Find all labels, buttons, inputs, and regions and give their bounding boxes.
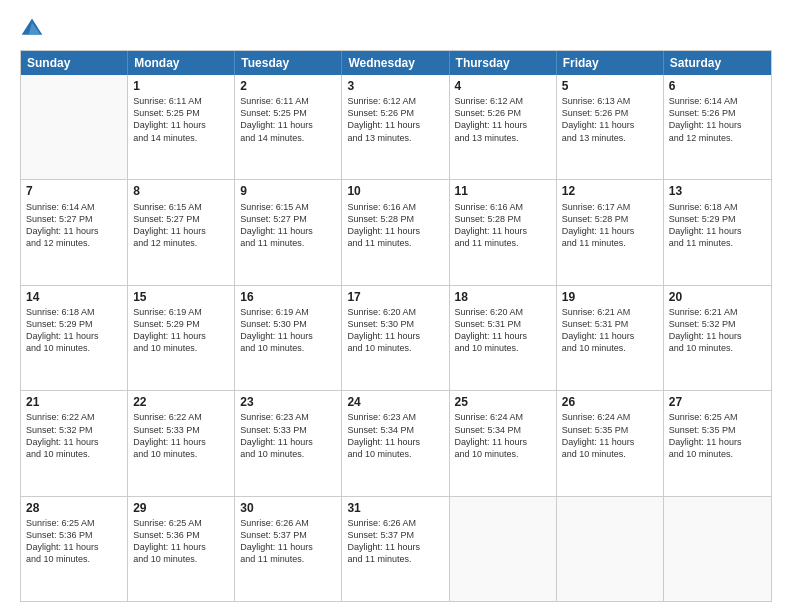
day-number: 27: [669, 394, 766, 410]
cal-cell-r3-c2: 23Sunrise: 6:23 AM Sunset: 5:33 PM Dayli…: [235, 391, 342, 495]
cell-info: Sunrise: 6:22 AM Sunset: 5:32 PM Dayligh…: [26, 411, 122, 460]
cell-info: Sunrise: 6:24 AM Sunset: 5:35 PM Dayligh…: [562, 411, 658, 460]
day-number: 23: [240, 394, 336, 410]
day-number: 17: [347, 289, 443, 305]
cell-info: Sunrise: 6:20 AM Sunset: 5:30 PM Dayligh…: [347, 306, 443, 355]
cal-cell-r1-c1: 8Sunrise: 6:15 AM Sunset: 5:27 PM Daylig…: [128, 180, 235, 284]
cal-cell-r4-c0: 28Sunrise: 6:25 AM Sunset: 5:36 PM Dayli…: [21, 497, 128, 601]
cal-cell-r1-c3: 10Sunrise: 6:16 AM Sunset: 5:28 PM Dayli…: [342, 180, 449, 284]
day-number: 6: [669, 78, 766, 94]
day-number: 10: [347, 183, 443, 199]
cal-cell-r4-c4: [450, 497, 557, 601]
cal-cell-r2-c0: 14Sunrise: 6:18 AM Sunset: 5:29 PM Dayli…: [21, 286, 128, 390]
weekday-thursday: Thursday: [450, 51, 557, 75]
day-number: 4: [455, 78, 551, 94]
cal-cell-r3-c1: 22Sunrise: 6:22 AM Sunset: 5:33 PM Dayli…: [128, 391, 235, 495]
weekday-wednesday: Wednesday: [342, 51, 449, 75]
cal-row-1: 7Sunrise: 6:14 AM Sunset: 5:27 PM Daylig…: [21, 180, 771, 285]
header: [20, 16, 772, 40]
cal-cell-r2-c2: 16Sunrise: 6:19 AM Sunset: 5:30 PM Dayli…: [235, 286, 342, 390]
cell-info: Sunrise: 6:26 AM Sunset: 5:37 PM Dayligh…: [347, 517, 443, 566]
cal-row-3: 21Sunrise: 6:22 AM Sunset: 5:32 PM Dayli…: [21, 391, 771, 496]
day-number: 25: [455, 394, 551, 410]
day-number: 12: [562, 183, 658, 199]
cell-info: Sunrise: 6:12 AM Sunset: 5:26 PM Dayligh…: [455, 95, 551, 144]
cal-cell-r3-c0: 21Sunrise: 6:22 AM Sunset: 5:32 PM Dayli…: [21, 391, 128, 495]
cal-cell-r1-c2: 9Sunrise: 6:15 AM Sunset: 5:27 PM Daylig…: [235, 180, 342, 284]
cell-info: Sunrise: 6:23 AM Sunset: 5:34 PM Dayligh…: [347, 411, 443, 460]
day-number: 28: [26, 500, 122, 516]
cal-cell-r2-c6: 20Sunrise: 6:21 AM Sunset: 5:32 PM Dayli…: [664, 286, 771, 390]
cal-cell-r3-c6: 27Sunrise: 6:25 AM Sunset: 5:35 PM Dayli…: [664, 391, 771, 495]
day-number: 26: [562, 394, 658, 410]
day-number: 7: [26, 183, 122, 199]
cal-row-4: 28Sunrise: 6:25 AM Sunset: 5:36 PM Dayli…: [21, 497, 771, 601]
cell-info: Sunrise: 6:11 AM Sunset: 5:25 PM Dayligh…: [133, 95, 229, 144]
cell-info: Sunrise: 6:26 AM Sunset: 5:37 PM Dayligh…: [240, 517, 336, 566]
calendar-body: 1Sunrise: 6:11 AM Sunset: 5:25 PM Daylig…: [21, 75, 771, 601]
cell-info: Sunrise: 6:18 AM Sunset: 5:29 PM Dayligh…: [26, 306, 122, 355]
cell-info: Sunrise: 6:21 AM Sunset: 5:31 PM Dayligh…: [562, 306, 658, 355]
cell-info: Sunrise: 6:24 AM Sunset: 5:34 PM Dayligh…: [455, 411, 551, 460]
cal-cell-r1-c4: 11Sunrise: 6:16 AM Sunset: 5:28 PM Dayli…: [450, 180, 557, 284]
day-number: 31: [347, 500, 443, 516]
cal-cell-r0-c5: 5Sunrise: 6:13 AM Sunset: 5:26 PM Daylig…: [557, 75, 664, 179]
cal-cell-r3-c5: 26Sunrise: 6:24 AM Sunset: 5:35 PM Dayli…: [557, 391, 664, 495]
cal-cell-r4-c2: 30Sunrise: 6:26 AM Sunset: 5:37 PM Dayli…: [235, 497, 342, 601]
cell-info: Sunrise: 6:12 AM Sunset: 5:26 PM Dayligh…: [347, 95, 443, 144]
cal-cell-r2-c5: 19Sunrise: 6:21 AM Sunset: 5:31 PM Dayli…: [557, 286, 664, 390]
cell-info: Sunrise: 6:14 AM Sunset: 5:26 PM Dayligh…: [669, 95, 766, 144]
cal-cell-r0-c0: [21, 75, 128, 179]
cell-info: Sunrise: 6:14 AM Sunset: 5:27 PM Dayligh…: [26, 201, 122, 250]
logo: [20, 16, 48, 40]
day-number: 16: [240, 289, 336, 305]
day-number: 1: [133, 78, 229, 94]
cal-cell-r1-c6: 13Sunrise: 6:18 AM Sunset: 5:29 PM Dayli…: [664, 180, 771, 284]
cal-cell-r2-c4: 18Sunrise: 6:20 AM Sunset: 5:31 PM Dayli…: [450, 286, 557, 390]
cell-info: Sunrise: 6:17 AM Sunset: 5:28 PM Dayligh…: [562, 201, 658, 250]
cell-info: Sunrise: 6:16 AM Sunset: 5:28 PM Dayligh…: [347, 201, 443, 250]
cal-cell-r0-c1: 1Sunrise: 6:11 AM Sunset: 5:25 PM Daylig…: [128, 75, 235, 179]
day-number: 9: [240, 183, 336, 199]
cell-info: Sunrise: 6:23 AM Sunset: 5:33 PM Dayligh…: [240, 411, 336, 460]
cal-row-2: 14Sunrise: 6:18 AM Sunset: 5:29 PM Dayli…: [21, 286, 771, 391]
cell-info: Sunrise: 6:13 AM Sunset: 5:26 PM Dayligh…: [562, 95, 658, 144]
cal-cell-r1-c5: 12Sunrise: 6:17 AM Sunset: 5:28 PM Dayli…: [557, 180, 664, 284]
cal-cell-r4-c6: [664, 497, 771, 601]
weekday-saturday: Saturday: [664, 51, 771, 75]
weekday-monday: Monday: [128, 51, 235, 75]
day-number: 3: [347, 78, 443, 94]
day-number: 5: [562, 78, 658, 94]
day-number: 19: [562, 289, 658, 305]
cal-cell-r1-c0: 7Sunrise: 6:14 AM Sunset: 5:27 PM Daylig…: [21, 180, 128, 284]
day-number: 21: [26, 394, 122, 410]
weekday-sunday: Sunday: [21, 51, 128, 75]
day-number: 30: [240, 500, 336, 516]
calendar-header: SundayMondayTuesdayWednesdayThursdayFrid…: [21, 51, 771, 75]
cal-cell-r3-c4: 25Sunrise: 6:24 AM Sunset: 5:34 PM Dayli…: [450, 391, 557, 495]
cell-info: Sunrise: 6:25 AM Sunset: 5:35 PM Dayligh…: [669, 411, 766, 460]
day-number: 24: [347, 394, 443, 410]
cal-cell-r0-c2: 2Sunrise: 6:11 AM Sunset: 5:25 PM Daylig…: [235, 75, 342, 179]
calendar: SundayMondayTuesdayWednesdayThursdayFrid…: [20, 50, 772, 602]
cell-info: Sunrise: 6:11 AM Sunset: 5:25 PM Dayligh…: [240, 95, 336, 144]
cell-info: Sunrise: 6:25 AM Sunset: 5:36 PM Dayligh…: [133, 517, 229, 566]
logo-icon: [20, 16, 44, 40]
cell-info: Sunrise: 6:15 AM Sunset: 5:27 PM Dayligh…: [240, 201, 336, 250]
day-number: 2: [240, 78, 336, 94]
cal-cell-r0-c6: 6Sunrise: 6:14 AM Sunset: 5:26 PM Daylig…: [664, 75, 771, 179]
cal-cell-r4-c1: 29Sunrise: 6:25 AM Sunset: 5:36 PM Dayli…: [128, 497, 235, 601]
day-number: 18: [455, 289, 551, 305]
cal-cell-r2-c3: 17Sunrise: 6:20 AM Sunset: 5:30 PM Dayli…: [342, 286, 449, 390]
page: SundayMondayTuesdayWednesdayThursdayFrid…: [0, 0, 792, 612]
cell-info: Sunrise: 6:21 AM Sunset: 5:32 PM Dayligh…: [669, 306, 766, 355]
day-number: 29: [133, 500, 229, 516]
weekday-friday: Friday: [557, 51, 664, 75]
cell-info: Sunrise: 6:15 AM Sunset: 5:27 PM Dayligh…: [133, 201, 229, 250]
day-number: 14: [26, 289, 122, 305]
cell-info: Sunrise: 6:19 AM Sunset: 5:30 PM Dayligh…: [240, 306, 336, 355]
cell-info: Sunrise: 6:22 AM Sunset: 5:33 PM Dayligh…: [133, 411, 229, 460]
day-number: 11: [455, 183, 551, 199]
day-number: 13: [669, 183, 766, 199]
cal-cell-r0-c4: 4Sunrise: 6:12 AM Sunset: 5:26 PM Daylig…: [450, 75, 557, 179]
